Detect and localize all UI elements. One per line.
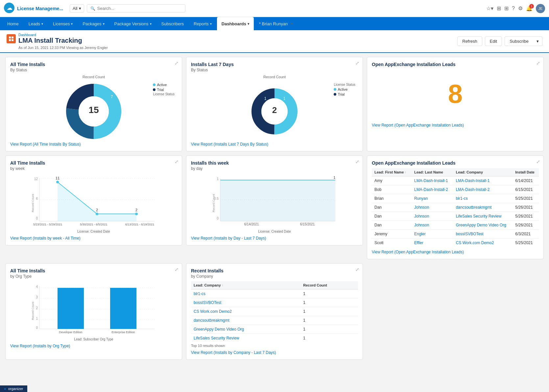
tab-packages[interactable]: Packages▾ <box>78 17 109 30</box>
page-title: LMA Install Tracking <box>18 37 82 44</box>
col-last-name[interactable]: Lead: Last Name <box>412 168 453 176</box>
table-row: LifeSales Security Review 1 <box>191 334 358 343</box>
view-report-link[interactable]: View Report (All Time Installs By Status… <box>10 142 177 147</box>
view-report-link[interactable]: View Report (Installs by Day - Last 7 Da… <box>191 236 358 241</box>
favorites-button[interactable]: ☆▾ <box>486 5 493 12</box>
row-1: All Time Installs By Status ⤢ Record Cou… <box>5 57 544 151</box>
view-report-link[interactable]: View Report (Installs by Company - Last … <box>191 350 358 355</box>
subscribe-dropdown-button[interactable]: ▾ <box>533 36 542 46</box>
table-row: dancsoutbreakmgmt 1 <box>191 316 358 325</box>
view-report-link[interactable]: View Report (Installs by Org Type) <box>10 344 177 348</box>
svg-text:Developer Edition: Developer Edition <box>59 331 82 334</box>
edit-button[interactable]: Edit <box>485 36 502 46</box>
search-input[interactable] <box>97 6 182 11</box>
cell-first-name: Jeremy <box>372 230 412 239</box>
cell-company: LMA-Dash-Install-1 <box>453 176 513 185</box>
view-report-link[interactable]: View Report (Open AppExchange Installati… <box>372 123 539 127</box>
cell-company: LMA-Dash-Install-2 <box>453 185 513 194</box>
expand-icon[interactable]: ⤢ <box>175 159 179 164</box>
card-installs-last-7: Installs Last 7 Days By Status ⤢ Record … <box>186 57 363 151</box>
svg-text:6/13/2021 - 6/19/2021: 6/13/2021 - 6/19/2021 <box>125 223 154 226</box>
card-installs-by-week: All Time Installs by week ⤢ 12 6 0 <box>5 155 182 245</box>
subscribe-button[interactable]: Subscribe <box>505 36 533 46</box>
breadcrumb: Dashboard <box>18 33 82 37</box>
settings-button[interactable]: ⚙ <box>518 5 523 12</box>
col-company[interactable]: Lead: Company <box>453 168 513 176</box>
x-axis-label: Lead: Subscriber Org Type <box>10 337 177 341</box>
search-bar[interactable]: 🔍 <box>87 4 185 12</box>
tab-home[interactable]: Home <box>3 17 23 30</box>
col-company[interactable]: Lead: Company ↑ <box>191 281 300 289</box>
svg-text:6/14/2021: 6/14/2021 <box>244 222 259 226</box>
col-first-name[interactable]: Lead: First Name ↑ <box>372 168 412 176</box>
svg-point-27 <box>56 181 59 183</box>
cell-company: blr1-cs <box>191 289 300 298</box>
tab-subscribers[interactable]: Subscribers <box>157 17 189 30</box>
chevron-down-icon: ▾ <box>41 22 43 26</box>
col-count[interactable]: Record Count <box>300 281 358 289</box>
tab-reports[interactable]: Reports▾ <box>189 17 216 30</box>
expand-icon[interactable]: ⤢ <box>536 159 540 164</box>
svg-text:7: 7 <box>111 95 113 99</box>
top-navigation: ☁ License Manageme... All ▾ 🔍 ☆▾ ⊞ ⊞ ? ⚙… <box>0 0 549 17</box>
chevron-down-icon: ▾ <box>210 22 212 26</box>
svg-text:1: 1 <box>217 177 219 181</box>
apps-button[interactable]: ⊞ <box>504 5 509 12</box>
cell-count: 1 <box>300 289 358 298</box>
notifications[interactable]: 🔔 1 <box>526 5 533 12</box>
line-chart-week: 12 6 0 <box>10 173 177 227</box>
expand-icon[interactable]: ⤢ <box>536 60 540 66</box>
tab-leads[interactable]: Leads▾ <box>24 17 48 30</box>
expand-icon[interactable]: ⤢ <box>175 267 179 272</box>
notification-badge: 1 <box>529 4 534 9</box>
svg-text:1: 1 <box>264 96 267 101</box>
cell-date: 6/3/2021 <box>513 230 539 239</box>
avatar[interactable]: JE <box>536 4 545 13</box>
cell-company: CS Work.com Demo2 <box>453 239 513 247</box>
svg-text:8: 8 <box>80 114 82 119</box>
svg-rect-5 <box>12 39 13 41</box>
chevron-down-icon: ▾ <box>103 22 105 26</box>
tab-package-versions[interactable]: Package Versions▾ <box>110 17 156 30</box>
cell-company: bossISVBOTest <box>453 230 513 239</box>
card-title: Open AppExchange Installation Leads <box>372 62 539 67</box>
big-number-widget: 8 <box>372 68 539 120</box>
table-row: Amy LMA-Dash-Install-1 LMA-Dash-Install-… <box>372 176 539 185</box>
svg-point-28 <box>96 213 98 215</box>
col-install-date[interactable]: Install Date <box>513 168 539 176</box>
cell-first-name: Brian <box>372 194 412 203</box>
search-scope[interactable]: All ▾ <box>70 4 84 12</box>
refresh-button[interactable]: Refresh <box>457 36 482 46</box>
view-report-link[interactable]: View Report (Installs Last 7 Days By Sta… <box>191 142 358 147</box>
tab-dashboards[interactable]: Dashboards▾ <box>217 17 254 30</box>
help-button[interactable]: ? <box>512 6 515 12</box>
tab-brian-runyan[interactable]: * Brian Runyan✕ <box>254 17 298 30</box>
view-report-link[interactable]: View Report (Installs by week - All Time… <box>10 236 177 241</box>
row-2: All Time Installs by week ⤢ 12 6 0 <box>5 155 544 259</box>
search-icon: 🔍 <box>90 6 95 11</box>
chart-label: Record Count <box>10 75 177 79</box>
expand-icon[interactable]: ⤢ <box>175 60 179 66</box>
svg-text:Enterprise Edition: Enterprise Edition <box>111 331 135 334</box>
svg-text:15: 15 <box>88 105 99 115</box>
svg-text:11: 11 <box>56 176 60 180</box>
expand-icon[interactable]: ⤢ <box>355 159 359 164</box>
card-subtitle: By Status <box>10 68 177 72</box>
expand-icon[interactable]: ⤢ <box>355 267 359 272</box>
tab-navigation: Home Leads▾ Licenses▾ Packages▾ Package … <box>0 17 549 30</box>
cell-first-name: Dan <box>372 212 412 221</box>
expand-icon[interactable]: ⤢ <box>355 60 359 66</box>
close-icon[interactable]: ✕ <box>290 22 293 26</box>
org-label: organizer <box>8 387 23 391</box>
cell-company: CS Work.com Demo2 <box>191 307 300 316</box>
view-report-link[interactable]: View Report (Open AppExchange Installati… <box>372 250 539 254</box>
tab-licenses[interactable]: Licenses▾ <box>48 17 77 30</box>
cell-date: 5/26/2021 <box>513 203 539 212</box>
cell-company: blr1-cs <box>453 194 513 203</box>
svg-rect-44 <box>220 180 335 221</box>
add-button[interactable]: ⊞ <box>497 5 501 12</box>
cell-last-name: LMA-Dash-Install-2 <box>412 185 453 194</box>
svg-text:4: 4 <box>36 285 38 288</box>
cell-first-name: Scott <box>372 239 412 247</box>
table-row: GreenAppy Demo Video Org 1 <box>191 325 358 334</box>
